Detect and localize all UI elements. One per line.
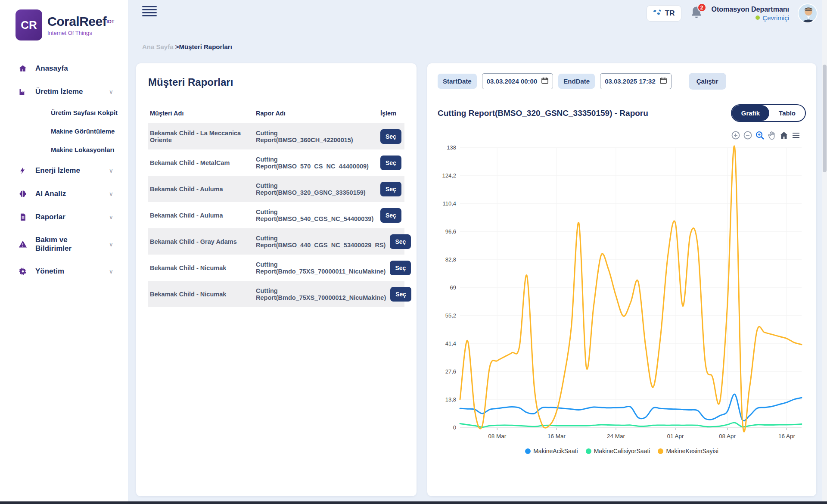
- svg-text:138: 138: [447, 144, 456, 151]
- notifications-button[interactable]: 2: [690, 6, 703, 21]
- avatar[interactable]: [798, 3, 818, 23]
- reset-home-icon[interactable]: [779, 131, 789, 140]
- zoom-out-icon[interactable]: [743, 131, 752, 140]
- startdate-input[interactable]: 03.03.2024 00:00: [482, 73, 553, 89]
- customer-name-cell: Bekamak Child - Gray Adams: [150, 238, 256, 245]
- sidebar-item-4[interactable]: Raporlar∨: [0, 205, 128, 229]
- breadcrumb-parent[interactable]: Ana Sayfa: [142, 43, 174, 50]
- pan-icon[interactable]: [767, 131, 777, 140]
- toggle-tablo[interactable]: Tablo: [769, 105, 805, 121]
- report-name-cell: Cutting Report(BMSO_540_CGS_NC_54400039): [256, 208, 380, 222]
- report-icon: [18, 212, 28, 222]
- sidebar-nav: AnasayfaÜretim İzleme∨Üretim Sayfası Kok…: [0, 57, 128, 283]
- chevron-down-icon: ∨: [109, 268, 113, 275]
- line-chart[interactable]: 013,827,641,455,26982,896,6110,4124,2138…: [438, 142, 806, 445]
- sidebar-item-1[interactable]: Üretim İzleme∨: [0, 80, 128, 103]
- page-scrollbar[interactable]: [822, 0, 827, 504]
- legend-item[interactable]: MakineKesimSayisi: [658, 448, 718, 454]
- breadcrumb: Ana Sayfa >Müşteri Raporları: [142, 43, 232, 50]
- table-row: Bekamak Child - Gray AdamsCutting Report…: [148, 228, 404, 255]
- report-name-cell: Cutting Report(BMSO_440_CGS_NC_53400029_…: [256, 235, 390, 249]
- breadcrumb-current: Müşteri Raporları: [179, 43, 232, 50]
- chevron-down-icon: ∨: [109, 241, 113, 248]
- topbar: TR 2 Otomasyon Departmanı Çevrimiçi: [128, 0, 827, 28]
- reports-table: Müşteri Adı Rapor Adı İşlem Bekamak Chil…: [148, 106, 404, 307]
- user-info[interactable]: Otomasyon Departmanı Çevrimiçi: [712, 6, 789, 22]
- zoom-in-icon[interactable]: [731, 131, 740, 140]
- col-customer: Müşteri Adı: [150, 110, 256, 117]
- language-button[interactable]: TR: [647, 5, 681, 22]
- select-button[interactable]: Seç: [380, 208, 401, 223]
- online-status-dot: [755, 16, 760, 20]
- sidebar-item-6[interactable]: Yönetim∨: [0, 260, 128, 283]
- select-button[interactable]: Seç: [390, 234, 411, 249]
- sidebar-subitem[interactable]: Makine Görüntüleme: [0, 122, 128, 140]
- chevron-down-icon: ∨: [109, 190, 113, 197]
- svg-text:96,6: 96,6: [445, 228, 456, 235]
- sidebar-item-0[interactable]: Anasayfa: [0, 57, 128, 80]
- table-body: Bekamak Child - La Meccanica OrienteCutt…: [148, 123, 404, 307]
- sidebar-item-label: Raporlar: [35, 213, 101, 221]
- svg-text:82,8: 82,8: [445, 256, 456, 263]
- zoom-select-icon[interactable]: [755, 131, 765, 140]
- table-row: Bekamak Child - MetalCamCutting Report(B…: [148, 149, 404, 176]
- svg-text:13,8: 13,8: [445, 396, 456, 403]
- brand-badge: CR: [16, 9, 42, 40]
- run-button[interactable]: Çalıştır: [689, 73, 726, 90]
- chevron-down-icon: ∨: [109, 214, 113, 221]
- svg-text:24 Mar: 24 Mar: [607, 433, 625, 439]
- chart-title: Cutting Report(BMSO_320_GSNC_33350159) -…: [438, 109, 648, 118]
- select-button[interactable]: Seç: [390, 261, 411, 275]
- sidebar: CR CoralReefIOT Internet Of Things Anasa…: [0, 0, 128, 504]
- svg-text:01 Apr: 01 Apr: [667, 433, 684, 439]
- calendar-icon[interactable]: [541, 77, 548, 85]
- svg-text:27,6: 27,6: [445, 368, 456, 375]
- toggle-grafik[interactable]: Grafik: [732, 105, 769, 121]
- table-row: Bekamak Child - AulumaCutting Report(BMS…: [148, 202, 404, 228]
- table-row: Bekamak Child - NicumakCutting Report(Bm…: [148, 255, 404, 281]
- table-row: Bekamak Child - AulumaCutting Report(BMS…: [148, 176, 404, 202]
- sidebar-item-label: Enerji İzleme: [35, 166, 101, 175]
- legend-item[interactable]: MakineCalisiyorSaati: [586, 448, 650, 454]
- user-name: Otomasyon Departmanı: [712, 6, 789, 13]
- sidebar-item-5[interactable]: Bakım ve Bildirimler∨: [0, 229, 128, 260]
- enddate-input[interactable]: 03.03.2025 17:32: [600, 73, 672, 89]
- sidebar-subitem[interactable]: Üretim Sayfası Kokpit: [0, 103, 128, 122]
- report-name-cell: Cutting Report(BMSO_320_GSNC_33350159): [256, 182, 380, 196]
- select-button[interactable]: Seç: [380, 129, 401, 144]
- svg-text:69: 69: [450, 284, 456, 291]
- sidebar-item-2[interactable]: Enerji İzleme∨: [0, 159, 128, 182]
- svg-text:0: 0: [453, 424, 456, 431]
- menu-icon[interactable]: [791, 131, 801, 140]
- brand-superscript: IOT: [106, 19, 114, 24]
- customer-name-cell: Bekamak Child - Auluma: [150, 212, 256, 219]
- brand-logo[interactable]: CR CoralReefIOT Internet Of Things: [0, 0, 128, 40]
- legend-item[interactable]: MakineAcikSaati: [525, 448, 578, 454]
- calendar-icon[interactable]: [660, 77, 667, 85]
- sidebar-item-3[interactable]: AI Analiz∨: [0, 182, 128, 205]
- user-status-label: Çevrimiçi: [762, 14, 789, 22]
- gear-icon: [18, 267, 28, 276]
- customer-name-cell: Bekamak Child - La Meccanica Oriente: [150, 130, 256, 143]
- bell-icon: [690, 13, 703, 21]
- brain-icon: [18, 189, 28, 199]
- select-button[interactable]: Seç: [390, 287, 411, 302]
- alert-icon: [18, 240, 28, 249]
- date-filter-row: StartDate 03.03.2024 00:00 EndDate 03.03…: [438, 73, 806, 90]
- svg-text:41,4: 41,4: [445, 340, 456, 347]
- svg-text:08 Apr: 08 Apr: [719, 433, 736, 439]
- svg-text:08 Mar: 08 Mar: [488, 433, 507, 439]
- sidebar-subitem[interactable]: Makine Lokasyonları: [0, 140, 128, 159]
- svg-text:124,2: 124,2: [442, 172, 456, 179]
- scrollbar-thumb[interactable]: [823, 65, 827, 172]
- col-report: Rapor Adı: [256, 110, 380, 117]
- view-toggle[interactable]: Grafik Tablo: [731, 104, 806, 122]
- select-button[interactable]: Seç: [380, 182, 401, 196]
- chart-legend: MakineAcikSaatiMakineCalisiyorSaatiMakin…: [438, 448, 806, 454]
- table-row: Bekamak Child - NicumakCutting Report(Bm…: [148, 281, 404, 307]
- select-button[interactable]: Seç: [380, 156, 401, 170]
- brand-tagline: Internet Of Things: [47, 30, 115, 36]
- menu-toggle-icon[interactable]: [142, 6, 157, 18]
- startdate-label: StartDate: [438, 74, 477, 89]
- legend-label: MakineCalisiyorSaati: [594, 448, 650, 454]
